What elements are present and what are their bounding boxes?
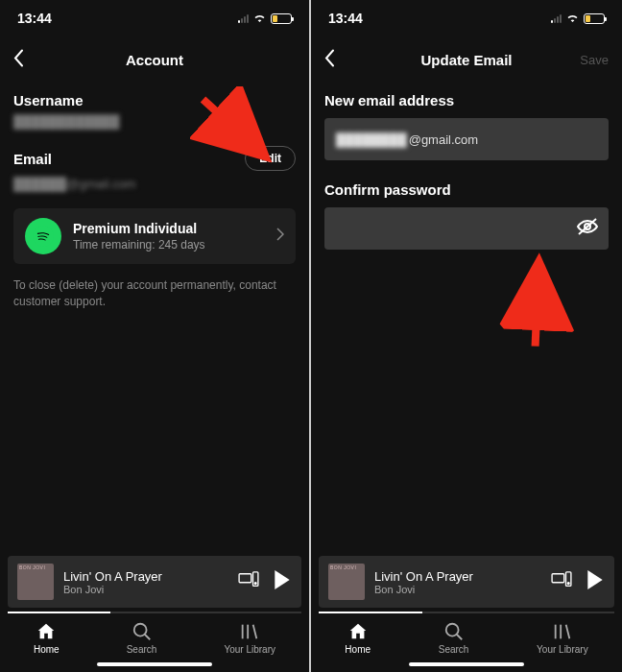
now-playing-bar[interactable]: Livin' On A Prayer Bon Jovi bbox=[8, 556, 301, 608]
np-info: Livin' On A Prayer Bon Jovi bbox=[374, 569, 541, 595]
tab-search-label: Search bbox=[127, 644, 157, 655]
now-playing-bar[interactable]: Livin' On A Prayer Bon Jovi bbox=[319, 556, 614, 608]
status-bar: 13:44 bbox=[0, 0, 309, 36]
username-value: ████████████ bbox=[13, 114, 296, 129]
tab-search[interactable]: Search bbox=[127, 621, 157, 655]
back-button[interactable] bbox=[12, 49, 25, 71]
np-title: Livin' On A Prayer bbox=[63, 569, 228, 584]
battery-icon bbox=[271, 13, 292, 24]
devices-icon[interactable] bbox=[238, 571, 259, 592]
status-time: 13:44 bbox=[328, 11, 363, 26]
email-value: ██████@gmail.com bbox=[13, 177, 296, 191]
battery-icon bbox=[584, 13, 605, 24]
header-title: Update Email bbox=[420, 52, 512, 68]
tab-bar: Home Search Your Library bbox=[311, 613, 622, 659]
tab-bar: Home Search Your Library bbox=[0, 613, 309, 659]
tab-search-label: Search bbox=[439, 644, 469, 655]
svg-line-5 bbox=[144, 635, 150, 640]
tab-home[interactable]: Home bbox=[34, 621, 60, 655]
header-title: Account bbox=[126, 52, 183, 68]
play-icon[interactable] bbox=[273, 569, 292, 594]
status-bar: 13:44 bbox=[311, 0, 622, 36]
tab-library-label: Your Library bbox=[224, 644, 275, 655]
tab-home[interactable]: Home bbox=[345, 621, 371, 655]
confirm-password-label: Confirm password bbox=[324, 181, 609, 198]
new-email-input[interactable]: ████████@gmail.com bbox=[324, 118, 609, 160]
header: Account bbox=[0, 36, 309, 83]
edit-email-button[interactable]: Edit bbox=[245, 146, 296, 171]
username-label: Username bbox=[13, 92, 296, 108]
back-button[interactable] bbox=[323, 49, 336, 71]
spotify-icon bbox=[25, 218, 61, 254]
album-art bbox=[328, 564, 365, 600]
svg-line-16 bbox=[456, 635, 462, 640]
np-info: Livin' On A Prayer Bon Jovi bbox=[63, 569, 228, 595]
plan-sub: Time remaining: 245 days bbox=[73, 238, 276, 252]
screen-update-email: 13:44 Update Email Save New email addres… bbox=[311, 0, 622, 672]
screen-account: 13:44 Account Username ████████████ Emai… bbox=[0, 0, 311, 672]
svg-rect-12 bbox=[552, 574, 564, 583]
svg-line-19 bbox=[566, 625, 570, 639]
tab-search[interactable]: Search bbox=[439, 621, 469, 655]
home-indicator bbox=[97, 662, 212, 666]
wifi-icon bbox=[252, 11, 267, 26]
tab-library[interactable]: Your Library bbox=[224, 621, 275, 655]
close-account-text: To close (delete) your account permanent… bbox=[13, 277, 296, 310]
new-email-label: New email address bbox=[324, 92, 609, 108]
tab-library[interactable]: Your Library bbox=[537, 621, 588, 655]
plan-title: Premium Individual bbox=[73, 221, 276, 236]
eye-off-icon[interactable] bbox=[576, 217, 599, 240]
svg-rect-1 bbox=[239, 574, 251, 583]
wifi-icon bbox=[565, 11, 580, 26]
svg-point-4 bbox=[133, 624, 146, 636]
np-title: Livin' On A Prayer bbox=[374, 569, 541, 584]
save-button[interactable]: Save bbox=[580, 53, 609, 67]
svg-point-14 bbox=[567, 583, 569, 585]
status-icons bbox=[551, 11, 605, 26]
signal-icon bbox=[551, 13, 562, 23]
confirm-password-input[interactable] bbox=[324, 207, 609, 250]
np-artist: Bon Jovi bbox=[63, 584, 228, 595]
plan-info: Premium Individual Time remaining: 245 d… bbox=[73, 221, 276, 252]
update-email-content: New email address ████████@gmail.com Con… bbox=[311, 83, 622, 556]
email-label: Email bbox=[13, 151, 52, 167]
tab-home-label: Home bbox=[34, 644, 60, 655]
account-content: Username ████████████ Email Edit ██████@… bbox=[0, 83, 309, 556]
play-icon[interactable] bbox=[586, 569, 605, 594]
signal-icon bbox=[238, 13, 249, 23]
tab-home-label: Home bbox=[345, 644, 371, 655]
np-artist: Bon Jovi bbox=[374, 584, 541, 595]
home-indicator bbox=[409, 662, 524, 666]
devices-icon[interactable] bbox=[551, 571, 572, 592]
svg-point-3 bbox=[254, 583, 256, 585]
svg-line-8 bbox=[253, 625, 257, 639]
svg-point-15 bbox=[445, 624, 458, 636]
album-art bbox=[17, 564, 54, 600]
status-icons bbox=[238, 11, 292, 26]
plan-card[interactable]: Premium Individual Time remaining: 245 d… bbox=[13, 208, 296, 264]
tab-library-label: Your Library bbox=[537, 644, 588, 655]
chevron-right-icon bbox=[276, 228, 284, 245]
status-time: 13:44 bbox=[17, 11, 52, 26]
header: Update Email Save bbox=[311, 36, 622, 83]
